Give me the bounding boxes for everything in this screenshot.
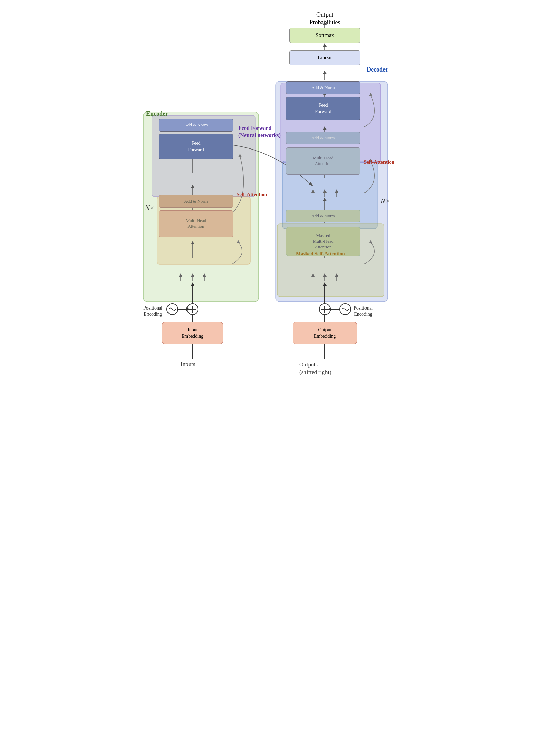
- svg-marker-28: [323, 198, 327, 201]
- pos-enc-right-label: PositionalEncoding: [354, 305, 373, 317]
- svg-marker-36: [323, 71, 327, 74]
- svg-marker-16: [191, 185, 194, 188]
- decoder-add-norm-3: Add & Norm: [286, 210, 360, 222]
- svg-marker-55: [323, 273, 327, 277]
- svg-marker-63: [335, 189, 338, 193]
- decoder-cross-attention: Multi-HeadAttention: [286, 147, 360, 175]
- softmax-box: Softmax: [289, 28, 360, 43]
- ff-neural-label: Feed Forward(Neural networks): [238, 125, 281, 139]
- svg-marker-57: [335, 273, 338, 277]
- svg-point-68: [319, 304, 330, 315]
- svg-marker-59: [311, 189, 315, 193]
- svg-marker-32: [323, 126, 327, 130]
- svg-marker-76: [328, 307, 331, 311]
- input-embedding-box: InputEmbedding: [162, 322, 223, 344]
- svg-marker-42: [238, 154, 242, 157]
- decoder-add-norm-top: Add & Norm: [286, 81, 360, 94]
- pos-enc-left-label: PositionalEncoding: [143, 305, 162, 317]
- encoder-feed-forward: FeedForward: [159, 134, 233, 159]
- encoder-label: Encoder: [146, 110, 168, 117]
- masked-sa-label: Masked Self-Attention: [296, 251, 345, 257]
- svg-marker-24: [323, 282, 327, 286]
- linear-box: Linear: [289, 50, 360, 65]
- outputs-label: Outputs(shifted right): [299, 361, 331, 376]
- self-attention-decoder-label: Self-Attention: [364, 159, 394, 165]
- svg-marker-43: [369, 240, 372, 243]
- svg-marker-12: [191, 282, 194, 286]
- svg-marker-45: [369, 93, 372, 96]
- decoder-add-norm-mid: Add & Norm: [286, 132, 360, 144]
- encoder-add-norm-bottom: Add & Norm: [159, 195, 233, 208]
- inputs-label: Inputs: [181, 361, 195, 368]
- svg-marker-47: [179, 273, 182, 277]
- svg-marker-49: [191, 273, 194, 277]
- output-embedding-box: OutputEmbedding: [293, 322, 357, 344]
- svg-text:N×: N×: [145, 204, 154, 212]
- svg-marker-41: [237, 240, 240, 243]
- encoder-mha: Multi-HeadAttention: [159, 210, 233, 237]
- svg-point-71: [167, 304, 178, 315]
- svg-point-65: [187, 304, 198, 315]
- svg-marker-14: [191, 241, 194, 244]
- output-probabilities-label: OutputProbabilities: [282, 10, 367, 27]
- svg-marker-53: [311, 273, 315, 277]
- svg-marker-61: [323, 189, 327, 193]
- transformer-diagram: N× N× OutputProbabilities Softmax Linear…: [133, 7, 400, 385]
- decoder-label: Decoder: [367, 66, 388, 73]
- self-attention-encoder-label: Self-Attention: [237, 192, 267, 197]
- svg-marker-51: [203, 273, 206, 277]
- svg-point-72: [340, 304, 351, 315]
- svg-marker-74: [186, 307, 190, 311]
- svg-marker-38: [323, 43, 327, 47]
- encoder-add-norm-top: Add & Norm: [159, 119, 233, 132]
- svg-marker-10: [191, 311, 194, 315]
- decoder-feed-forward: FeedForward: [286, 97, 360, 120]
- svg-text:N×: N×: [380, 197, 390, 205]
- svg-marker-22: [323, 311, 327, 315]
